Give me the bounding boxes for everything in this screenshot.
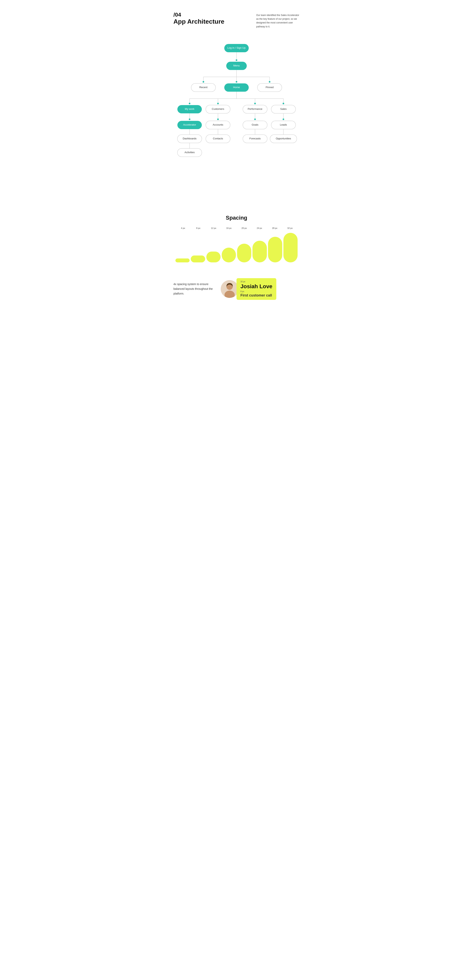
- architecture-section: Log in / Sign Up Menu Recent Home Pinned: [162, 37, 311, 203]
- header-section: /04 App Architecture Our team identified…: [162, 0, 311, 37]
- spacing-title: Spacing: [173, 215, 300, 221]
- accelerator-node: Accelerator: [183, 123, 196, 126]
- contacts-node: Contacts: [213, 137, 223, 140]
- opportunities-node: Opportunities: [276, 137, 291, 140]
- recent-node: Recent: [199, 86, 208, 89]
- activities-node: Activities: [184, 151, 195, 154]
- svg-point-18: [189, 103, 190, 104]
- spacing-label-16px: 16 px: [221, 227, 237, 229]
- svg-point-2: [236, 59, 237, 61]
- leads-node: Leads: [280, 123, 287, 126]
- section-description: Our team identified the Sales Accelerato…: [256, 12, 300, 29]
- svg-point-13: [269, 81, 270, 83]
- spacing-bar-12: [206, 251, 221, 262]
- spacing-bars: [173, 231, 300, 262]
- spacing-labels: 4 px 8 px 12 px 16 px 20 px 24 px 28 px …: [173, 227, 300, 229]
- avatar: [221, 280, 238, 298]
- profile-card: 16 px Josiah Love 8 px First customer ca…: [236, 278, 276, 300]
- spacing-label-4px: 4 px: [175, 227, 191, 229]
- menu-node: Menu: [233, 64, 240, 67]
- svg-point-24: [254, 103, 256, 104]
- section-number: /04: [173, 12, 224, 18]
- dashboards-node: Dashboards: [183, 137, 197, 140]
- spacing-bar-20: [237, 244, 251, 262]
- spacing-bar-28: [268, 237, 282, 262]
- svg-point-7: [203, 81, 204, 83]
- profile-px-top: 16 px: [240, 280, 272, 283]
- spacing-label-28px: 28 px: [267, 227, 283, 229]
- profile-subtitle: First customer call: [240, 293, 272, 298]
- spacing-label-32px: 32 px: [283, 227, 298, 229]
- goals-node: Goals: [252, 123, 259, 126]
- svg-point-21: [217, 103, 219, 104]
- spacing-bar-24: [252, 241, 267, 262]
- profile-px-mid: 8 px: [240, 290, 272, 293]
- performance-node: Performance: [248, 107, 262, 110]
- spacing-bar-32: [283, 233, 298, 262]
- svg-point-30: [189, 118, 190, 120]
- section-title: App Architecture: [173, 18, 224, 25]
- spacing-bar-16: [222, 248, 236, 262]
- my-work-node: My work: [185, 107, 195, 110]
- spacing-label-20px: 20 px: [236, 227, 252, 229]
- pinned-node: Pinned: [266, 86, 273, 89]
- forecasts-node: Forecasts: [249, 137, 261, 140]
- profile-name: Josiah Love: [240, 283, 272, 290]
- spacing-section: Spacing 4 px 8 px 12 px 16 px 20 px 24 p…: [162, 203, 311, 270]
- svg-point-39: [283, 118, 284, 120]
- svg-point-10: [236, 81, 237, 83]
- customers-node: Customers: [212, 107, 224, 110]
- svg-point-36: [254, 118, 256, 120]
- profile-card-area: 16 px Josiah Love 8 px First customer ca…: [221, 278, 300, 300]
- spacing-bar-8: [191, 256, 205, 262]
- spacing-description: 4x spacing system to ensure balanced lay…: [173, 282, 213, 296]
- svg-point-33: [217, 118, 219, 120]
- architecture-diagram: Log in / Sign Up Menu Recent Home Pinned: [173, 40, 300, 190]
- svg-point-27: [283, 103, 284, 104]
- home-node: Home: [233, 86, 240, 89]
- spacing-label-12px: 12 px: [206, 227, 221, 229]
- accounts-node: Accounts: [213, 123, 223, 126]
- spacing-label-8px: 8 px: [191, 227, 206, 229]
- spacing-label-24px: 24 px: [252, 227, 267, 229]
- section-heading: /04 App Architecture: [173, 12, 224, 25]
- sales-node: Sales: [280, 107, 287, 110]
- spacing-bar-4: [175, 258, 190, 262]
- login-node: Log in / Sign Up: [227, 46, 246, 49]
- bottom-section: 4x spacing system to ensure balanced lay…: [162, 270, 311, 312]
